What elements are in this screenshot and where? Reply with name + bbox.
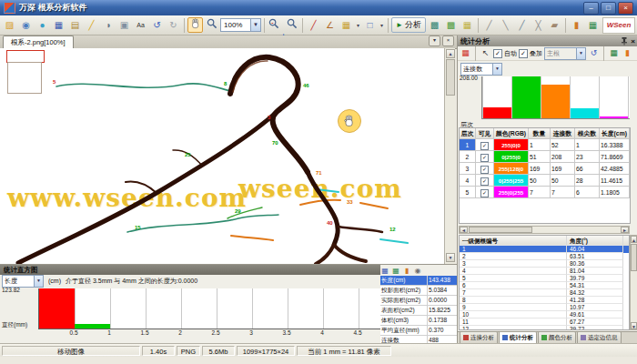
analysis-tab-1[interactable]: 连接分析 bbox=[460, 331, 498, 343]
redo-icon[interactable]: ↻ bbox=[166, 17, 181, 33]
chevron-down-icon[interactable]: ▾ bbox=[355, 22, 361, 28]
seed-grid-icon[interactable]: ▦ bbox=[460, 17, 475, 33]
metric-combo[interactable]: 连接数 ▼ bbox=[460, 63, 502, 76]
scroll-up-icon[interactable]: ▲ bbox=[446, 49, 455, 58]
checkbox-checked-icon[interactable]: ✓ bbox=[493, 49, 502, 58]
stats-row[interactable]: 投影面积(cm2)5.0384 bbox=[380, 286, 457, 296]
checkbox-checked-icon[interactable]: ✓ bbox=[519, 49, 528, 58]
zoom-tool-icon[interactable] bbox=[204, 17, 219, 33]
checkbox-checked-icon[interactable]: ✓ bbox=[480, 154, 489, 162]
angle-table-row[interactable]: 380.36 bbox=[460, 260, 629, 268]
analysis-tab-2[interactable]: 统计分析 bbox=[499, 331, 537, 343]
checkbox-checked-icon[interactable]: ✓ bbox=[480, 189, 489, 197]
color-cell[interactable]: 255|128|0 bbox=[494, 163, 529, 175]
column-header[interactable]: 角度(°) bbox=[567, 236, 623, 246]
stats-row[interactable]: 表面积(cm2)15.8225 bbox=[380, 306, 457, 316]
scrollbar-thumb[interactable] bbox=[446, 59, 455, 96]
text-tool-icon[interactable]: Aa bbox=[133, 17, 148, 33]
open-file-icon[interactable]: ▨ bbox=[2, 17, 17, 33]
color-cell[interactable]: 0|255|0 bbox=[494, 151, 529, 163]
pan-tool-icon[interactable] bbox=[187, 17, 203, 33]
column-header[interactable]: 根尖数 bbox=[575, 128, 600, 139]
save-icon[interactable]: ▦ bbox=[380, 267, 389, 276]
angle-table-row[interactable]: 1167.27 bbox=[460, 318, 629, 326]
level-cell[interactable]: 5 bbox=[460, 187, 476, 198]
excel-export-icon[interactable]: ▦ bbox=[608, 47, 620, 59]
excel-export-icon[interactable]: ▦ bbox=[391, 267, 400, 276]
canvas-vertical-scrollbar[interactable]: ▲ ▼ bbox=[444, 48, 455, 264]
color-cell[interactable]: 255|0|255 bbox=[494, 187, 529, 198]
chevron-down-icon[interactable]: ▼ bbox=[576, 48, 585, 59]
stats-row[interactable]: 平均直径(mm)0.370 bbox=[380, 326, 457, 336]
analyze-button[interactable]: ►分析 bbox=[391, 17, 426, 33]
pencil-icon[interactable]: ╱ bbox=[84, 17, 99, 33]
acquire-image-icon[interactable]: ◉ bbox=[18, 17, 34, 33]
analysis-tab-3[interactable]: 颜色分析 bbox=[538, 331, 576, 343]
angle-table-row[interactable]: 841.28 bbox=[460, 297, 629, 304]
table-horizontal-scrollbar[interactable]: ◄ ► bbox=[459, 226, 630, 234]
color-cell[interactable]: 255|0|0 bbox=[494, 139, 529, 151]
level-cell[interactable]: 3 bbox=[460, 163, 476, 175]
eraser-icon[interactable]: ▰ bbox=[547, 17, 562, 33]
checkbox-checked-icon[interactable]: ✓ bbox=[480, 142, 489, 150]
chevron-down-icon[interactable]: ▼ bbox=[34, 276, 43, 287]
zoom-in-icon[interactable]: + bbox=[284, 17, 299, 33]
image-canvas[interactable]: www.wseen.com wseen.com bbox=[0, 48, 444, 264]
visible-cell[interactable]: ✓ bbox=[476, 139, 494, 151]
angle-table-row[interactable]: 654.31 bbox=[460, 282, 629, 289]
angle-table-row[interactable]: 146.04 bbox=[460, 246, 629, 253]
angle-tool-icon[interactable]: ∠ bbox=[322, 17, 338, 33]
analysis-tab-4[interactable]: 选定边信息 bbox=[577, 331, 622, 343]
pin-icon[interactable] bbox=[621, 37, 628, 46]
stat-type-combo[interactable]: 长度 ▼ bbox=[2, 275, 44, 288]
mark-grid-icon[interactable]: ▦ bbox=[339, 17, 354, 33]
maximize-button[interactable]: □ bbox=[601, 2, 616, 15]
scroll-down-icon[interactable]: ▼ bbox=[631, 322, 637, 329]
column-header[interactable]: 可见 bbox=[476, 128, 494, 139]
visible-cell[interactable]: ✓ bbox=[476, 163, 494, 175]
document-tab[interactable]: 根系-2.png[100%] bbox=[3, 35, 74, 48]
copy-page-icon[interactable]: ▣ bbox=[116, 17, 132, 33]
settings-gear-icon[interactable]: ◉ bbox=[413, 267, 422, 276]
navigator-thumbnail[interactable] bbox=[7, 62, 42, 94]
minimize-button[interactable]: – bbox=[583, 2, 599, 15]
scanner-icon[interactable]: ● bbox=[35, 17, 50, 33]
stats-row[interactable]: 实际面积(cm2)0.0000 bbox=[380, 296, 457, 306]
checkbox-checked-icon[interactable]: ✓ bbox=[480, 166, 489, 174]
scroll-up-icon[interactable]: ▲ bbox=[631, 236, 637, 243]
stats-row[interactable]: 体积(cm3)0.1738 bbox=[380, 316, 457, 326]
color-cell[interactable]: 0|255|255 bbox=[494, 175, 529, 187]
main-root-combo[interactable]: 主根▼ bbox=[544, 47, 586, 60]
edit-pen3-icon[interactable]: ╱ bbox=[514, 17, 530, 33]
angle-table-row[interactable]: 1049.61 bbox=[460, 311, 629, 318]
table-row[interactable]: 4✓0|255|25550502811.4615 bbox=[460, 175, 630, 187]
export-file-icon[interactable]: ▤ bbox=[67, 17, 83, 33]
table-row[interactable]: 5✓255|0|2557761.1805 bbox=[460, 187, 630, 198]
scroll-right-icon[interactable]: ► bbox=[621, 227, 629, 233]
bar-chart-icon[interactable]: ▮ bbox=[402, 267, 411, 276]
chevron-down-icon[interactable]: ▾ bbox=[379, 22, 385, 28]
tab-list-dropdown-icon[interactable]: ▾ bbox=[429, 35, 440, 46]
close-button[interactable]: × bbox=[618, 2, 633, 15]
level-cell[interactable]: 4 bbox=[460, 175, 476, 187]
angle-table-row[interactable]: 910.97 bbox=[460, 304, 629, 311]
angle-table-row[interactable]: 784.32 bbox=[460, 289, 629, 297]
leaf-label-icon[interactable]: ▩ bbox=[443, 17, 459, 33]
column-header[interactable]: 数量 bbox=[529, 128, 551, 139]
shape-tool-icon[interactable]: □ bbox=[362, 17, 378, 33]
edit-pen4-icon[interactable]: ╳ bbox=[531, 17, 546, 33]
scrollbar-thumb[interactable] bbox=[631, 244, 637, 271]
zoom-level-combo[interactable]: 100%▼ bbox=[220, 18, 261, 32]
auto-checkbox[interactable]: ✓自动 bbox=[493, 49, 517, 58]
bar-chart-icon[interactable]: ▮ bbox=[569, 17, 584, 33]
chevron-down-icon[interactable]: ▼ bbox=[492, 64, 501, 75]
pick-tool-icon[interactable]: ↖ bbox=[480, 47, 491, 59]
angle-table-row[interactable]: 1239.72 bbox=[460, 326, 629, 330]
column-header[interactable]: 层次 bbox=[460, 128, 476, 139]
root-label-icon[interactable]: ▩ bbox=[427, 17, 442, 33]
column-header[interactable]: 长度(cm) bbox=[600, 128, 630, 139]
table-row[interactable]: 2✓0|255|0512082371.8669 bbox=[460, 151, 630, 163]
table-row[interactable]: 1✓255|0|0152116.3388 bbox=[460, 139, 630, 151]
scroll-down-icon[interactable]: ▼ bbox=[446, 253, 455, 262]
column-header[interactable]: 一级侧根编号 bbox=[460, 236, 567, 246]
